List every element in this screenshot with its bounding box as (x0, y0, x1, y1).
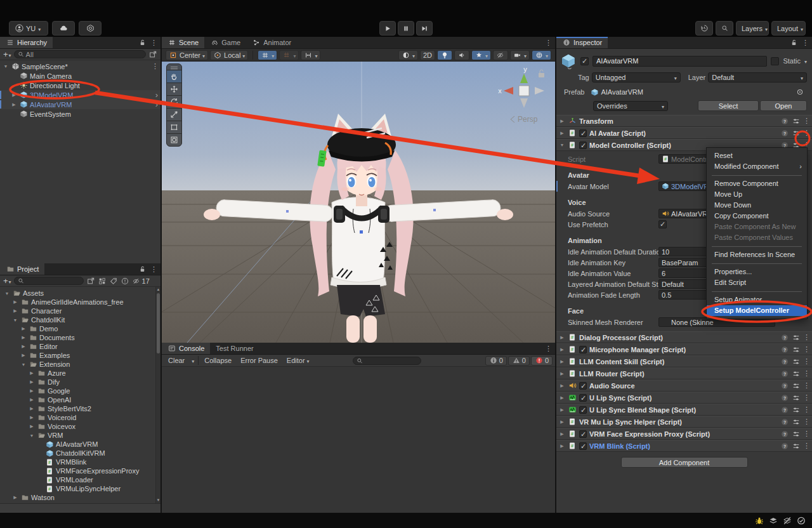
tab-game[interactable]: Game (204, 37, 246, 48)
hierarchy-item[interactable]: EventSystem (0, 109, 160, 119)
inspector-component-header[interactable]: # Microphone Manager (Script) ? (556, 343, 812, 355)
context-menu-item[interactable]: Reset (707, 150, 807, 161)
prefab-object-field[interactable]: AIAvatarVRM (587, 87, 807, 97)
kebab-icon[interactable] (803, 117, 809, 125)
kebab-icon[interactable] (545, 345, 551, 353)
kebab-icon[interactable] (803, 369, 809, 378)
info-count-badge[interactable]: 0 (485, 356, 507, 366)
console-log-area[interactable] (162, 367, 555, 513)
context-menu-item[interactable]: Setup Animator (707, 294, 807, 305)
project-item[interactable]: # VRMFaceExpressionProxy (1, 466, 160, 475)
tag-dropdown[interactable]: Untagged (592, 72, 681, 82)
pause-button[interactable] (398, 21, 414, 36)
preset-icon[interactable] (792, 394, 801, 402)
preset-icon[interactable] (792, 370, 801, 378)
project-item[interactable]: Voiceroid (1, 413, 160, 422)
layers-off-icon[interactable] (783, 516, 792, 525)
context-menu-item[interactable]: Remove Component (707, 178, 807, 189)
preset-icon[interactable] (792, 406, 801, 414)
expander-icon[interactable] (29, 406, 35, 411)
preset-icon[interactable] (792, 129, 801, 137)
hierarchy-item[interactable]: SampleScene* (0, 62, 160, 71)
preset-icon[interactable] (792, 117, 801, 125)
scale-tool[interactable] (167, 108, 181, 121)
transform-tool[interactable] (167, 133, 181, 146)
scene-viewport[interactable]: y x Persp (162, 62, 555, 343)
inspector-component-header[interactable]: # VR Mu Lip Sync Helper (Script) ? (556, 416, 812, 428)
project-item[interactable]: Assets (1, 289, 160, 298)
hierarchy-item[interactable]: AIAvatarVRM (0, 100, 160, 109)
debugger-icon[interactable] (755, 516, 764, 525)
help-icon[interactable]: ? (780, 370, 789, 378)
project-item[interactable]: # VRMuLipSyncHelper (1, 484, 160, 493)
hierarchy-item[interactable]: Main Camera (0, 71, 160, 81)
project-scrollbar[interactable]: ▲ ▼ (155, 287, 160, 503)
expander-icon[interactable] (559, 444, 565, 449)
preset-icon[interactable] (792, 382, 801, 390)
add-component-button[interactable]: Add Component (621, 457, 748, 468)
component-enabled-checkbox[interactable] (579, 406, 587, 414)
expander-icon[interactable] (559, 419, 565, 425)
inspector-component-header[interactable]: U Lip Sync (Script) ? (556, 392, 812, 404)
preset-icon[interactable] (792, 430, 801, 438)
project-item[interactable]: AIAvatarVRM (1, 440, 160, 449)
expander-icon[interactable] (29, 415, 35, 420)
expander-icon[interactable] (20, 344, 27, 349)
prefab-open-arrow[interactable] (155, 100, 158, 109)
kebab-icon[interactable] (545, 39, 551, 47)
warning-count-badge[interactable]: 0 (508, 356, 530, 366)
kebab-icon[interactable] (803, 381, 809, 390)
project-item[interactable]: ChatdollKit (1, 315, 160, 324)
expander-icon[interactable] (20, 362, 27, 367)
project-item[interactable]: Voicevox (1, 422, 160, 431)
console-search-input[interactable] (353, 357, 422, 365)
project-item[interactable]: ChatdollKitVRM (1, 449, 160, 458)
expander-icon[interactable] (559, 347, 565, 352)
kebab-icon[interactable] (150, 265, 157, 274)
tab-animator[interactable]: Animator (246, 37, 297, 48)
context-menu-item[interactable]: Setup ModelController (707, 305, 807, 316)
inspector-component-header[interactable]: # Dialog Processor (Script) ? (556, 331, 812, 343)
expander-icon[interactable] (12, 318, 18, 322)
hidden-count[interactable]: 17 (132, 277, 150, 286)
preset-icon[interactable] (792, 346, 801, 353)
layers-stack-icon[interactable] (769, 516, 778, 525)
effects-dropdown[interactable] (471, 50, 491, 60)
hand-tool[interactable] (167, 70, 181, 82)
help-icon[interactable]: ? (780, 129, 789, 137)
check-circle-icon[interactable] (797, 516, 806, 525)
expander-icon[interactable] (559, 359, 565, 364)
kebab-icon[interactable] (803, 406, 809, 414)
tab-console[interactable]: Console (162, 343, 210, 354)
component-enabled-checkbox[interactable] (579, 382, 587, 390)
context-menu-item[interactable]: Paste Component As New (707, 221, 807, 232)
add-asset-button[interactable] (3, 277, 11, 285)
expander-icon[interactable] (29, 397, 35, 402)
inspector-component-header[interactable]: Transform ? (556, 115, 812, 127)
help-icon[interactable]: ? (780, 334, 789, 341)
open-button[interactable]: Open (760, 100, 807, 111)
step-button[interactable] (416, 21, 433, 36)
expander-icon[interactable] (559, 383, 565, 388)
project-item[interactable]: Dify (1, 378, 160, 386)
expander-icon[interactable] (559, 131, 565, 136)
play-button[interactable] (379, 21, 396, 36)
kebab-icon[interactable] (803, 357, 809, 366)
expander-icon[interactable] (29, 388, 35, 393)
expander-icon[interactable] (12, 308, 18, 314)
project-search-input[interactable] (14, 277, 84, 285)
expander-icon[interactable] (20, 335, 27, 340)
static-dropdown[interactable] (804, 57, 807, 65)
help-icon[interactable]: ? (780, 418, 789, 426)
inspector-component-header[interactable]: # LLM Content Skill (Script) ? (556, 355, 812, 367)
lock-icon[interactable] (138, 265, 147, 274)
expander-icon[interactable] (559, 335, 565, 340)
help-icon[interactable]: ? (780, 358, 789, 366)
inspector-component-header[interactable]: # AI Avatar (Script) ? (556, 127, 812, 139)
project-item[interactable]: Documents (1, 333, 160, 342)
expander-icon[interactable] (20, 326, 27, 331)
static-checkbox[interactable] (771, 57, 779, 65)
kebab-icon[interactable] (802, 39, 808, 47)
context-menu-item[interactable]: Paste Component Values (707, 232, 807, 243)
undo-history-button[interactable] (695, 21, 713, 36)
